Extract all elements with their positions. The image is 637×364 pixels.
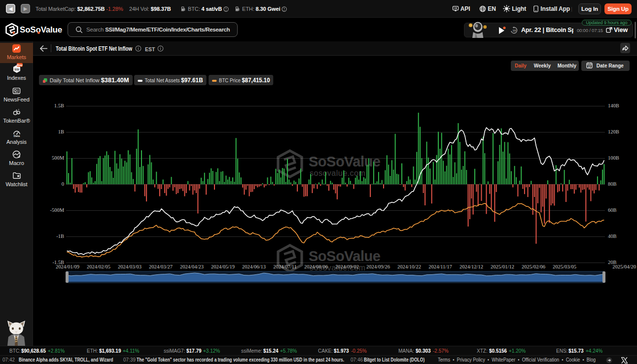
svg-text:2024/03/03: 2024/03/03 bbox=[118, 264, 142, 269]
svg-text:60B: 60B bbox=[608, 207, 617, 213]
svg-text:2024/09/26: 2024/09/26 bbox=[366, 264, 390, 269]
svg-text:2024/12/12: 2024/12/12 bbox=[460, 264, 483, 269]
svg-text:2025/01/12: 2025/01/12 bbox=[491, 264, 514, 269]
svg-text:120B: 120B bbox=[608, 129, 619, 134]
svg-text:0: 0 bbox=[62, 181, 64, 187]
svg-text:2024/03/27: 2024/03/27 bbox=[149, 264, 173, 269]
svg-text:2024/08/06: 2024/08/06 bbox=[304, 264, 328, 269]
svg-text:80B: 80B bbox=[608, 181, 617, 187]
svg-text:1.5B: 1.5B bbox=[54, 103, 64, 108]
svg-text:2024/10/22: 2024/10/22 bbox=[397, 264, 421, 269]
svg-text:2025/02/06: 2025/02/06 bbox=[522, 264, 545, 269]
svg-text:-500M: -500M bbox=[50, 207, 64, 213]
svg-text:2024/06/13: 2024/06/13 bbox=[242, 264, 266, 269]
svg-text:500M: 500M bbox=[52, 155, 65, 161]
svg-text:2024/04/23: 2024/04/23 bbox=[180, 264, 204, 269]
svg-text:SoSoValue: SoSoValue bbox=[309, 154, 381, 169]
svg-text:-1B: -1B bbox=[56, 233, 64, 239]
svg-text:100B: 100B bbox=[608, 155, 619, 161]
svg-text:40B: 40B bbox=[608, 233, 617, 239]
svg-text:2024/07/11: 2024/07/11 bbox=[273, 264, 296, 269]
svg-text:2025/04/20: 2025/04/20 bbox=[612, 264, 636, 269]
svg-text:SoSoValue: SoSoValue bbox=[309, 248, 381, 264]
svg-text:1B: 1B bbox=[58, 129, 64, 134]
svg-text:2024/09/02: 2024/09/02 bbox=[335, 264, 359, 269]
svg-text:2024/05/19: 2024/05/19 bbox=[211, 264, 235, 269]
svg-text:2025/03/05: 2025/03/05 bbox=[553, 264, 576, 269]
svg-text:2024/02/05: 2024/02/05 bbox=[87, 264, 110, 269]
svg-text:140B: 140B bbox=[608, 103, 619, 108]
svg-text:2024/01/09: 2024/01/09 bbox=[56, 264, 79, 269]
svg-text:2024/11/17: 2024/11/17 bbox=[428, 264, 452, 269]
